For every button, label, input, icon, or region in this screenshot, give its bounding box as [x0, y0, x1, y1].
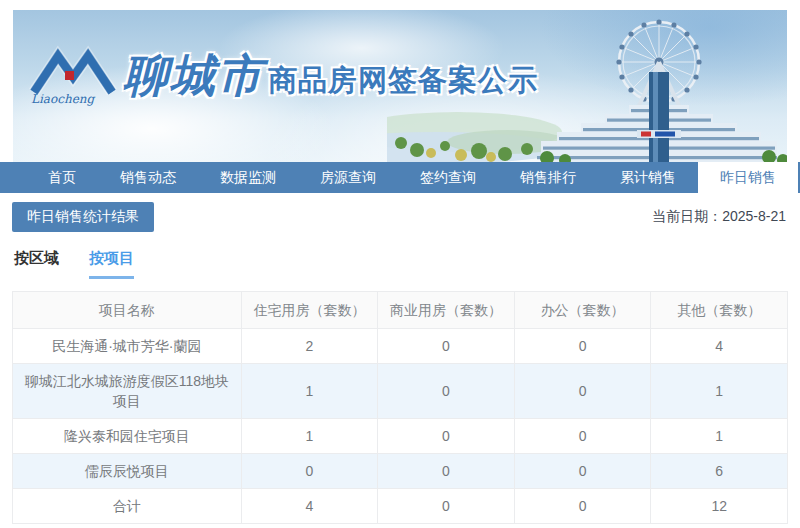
view-tabs: 按区域按项目 [12, 249, 788, 279]
nav-item[interactable]: 昨日销售 [698, 162, 798, 193]
nav-item[interactable]: 销售排行 [498, 162, 598, 193]
view-tab[interactable]: 按项目 [89, 249, 134, 279]
count-cell: 0 [241, 454, 378, 489]
table-body: 民生海通·城市芳华·蘭园2004聊城江北水城旅游度假区118地块项目1001隆兴… [13, 329, 788, 524]
column-header: 住宅用房（套数） [241, 292, 378, 329]
current-date-value: 2025-8-21 [722, 208, 786, 224]
table-row: 合计40012 [13, 489, 788, 524]
site-banner: Liaocheng 聊城市 商品房网签备案公示 [13, 10, 787, 162]
table-header-row: 项目名称住宅用房（套数）商业用房（套数）办公（套数）其他（套数） [13, 292, 788, 329]
project-name-cell: 民生海通·城市芳华·蘭园 [13, 329, 242, 364]
logo-script-text: Liaocheng [31, 92, 95, 106]
table-row: 儒辰辰悦项目0006 [13, 454, 788, 489]
count-cell: 6 [651, 454, 788, 489]
count-cell: 0 [514, 419, 651, 454]
column-header: 办公（套数） [514, 292, 651, 329]
count-cell: 0 [378, 489, 515, 524]
yesterday-sales-result-button[interactable]: 昨日销售统计结果 [12, 202, 154, 232]
count-cell: 2 [241, 329, 378, 364]
project-name-cell: 合计 [13, 489, 242, 524]
count-cell: 1 [241, 419, 378, 454]
nav-item[interactable]: 数据监测 [198, 162, 298, 193]
current-date: 当前日期：2025-8-21 [652, 208, 788, 226]
table-row: 聊城江北水城旅游度假区118地块项目1001 [13, 364, 788, 419]
banner-city-name: 聊城市 [123, 46, 264, 106]
main-nav: 首页销售动态数据监测房源查询签约查询销售排行累计销售昨日销售合同注销 [0, 162, 800, 193]
count-cell: 0 [378, 364, 515, 419]
nav-item[interactable]: 房源查询 [298, 162, 398, 193]
count-cell: 1 [651, 419, 788, 454]
count-cell: 0 [378, 329, 515, 364]
count-cell: 0 [514, 329, 651, 364]
count-cell: 12 [651, 489, 788, 524]
project-name-cell: 隆兴泰和园住宅项目 [13, 419, 242, 454]
nav-item[interactable]: 首页 [26, 162, 98, 193]
project-name-cell: 聊城江北水城旅游度假区118地块项目 [13, 364, 242, 419]
toolbar: 昨日销售统计结果 当前日期：2025-8-21 [12, 202, 788, 232]
column-header: 商业用房（套数） [378, 292, 515, 329]
table-head: 项目名称住宅用房（套数）商业用房（套数）办公（套数）其他（套数） [13, 292, 788, 329]
sales-table: 项目名称住宅用房（套数）商业用房（套数）办公（套数）其他（套数） 民生海通·城市… [12, 291, 788, 524]
banner-site-title: 商品房网签备案公示 [268, 51, 538, 101]
count-cell: 0 [514, 489, 651, 524]
column-header: 项目名称 [13, 292, 242, 329]
current-date-label: 当前日期： [652, 208, 722, 224]
page: Liaocheng 聊城市 商品房网签备案公示 首页销售动态数据监测房源查询签约… [0, 10, 800, 528]
count-cell: 1 [241, 364, 378, 419]
count-cell: 0 [514, 454, 651, 489]
column-header: 其他（套数） [651, 292, 788, 329]
count-cell: 4 [241, 489, 378, 524]
view-tab[interactable]: 按区域 [14, 249, 59, 279]
count-cell: 0 [514, 364, 651, 419]
banner-brand: Liaocheng 聊城市 商品房网签备案公示 [29, 44, 538, 108]
content-area: 昨日销售统计结果 当前日期：2025-8-21 按区域按项目 项目名称住宅用房（… [0, 202, 800, 524]
nav-item[interactable]: 签约查询 [398, 162, 498, 193]
count-cell: 0 [378, 454, 515, 489]
project-name-cell: 儒辰辰悦项目 [13, 454, 242, 489]
count-cell: 1 [651, 364, 788, 419]
nav-item[interactable]: 累计销售 [598, 162, 698, 193]
nav-item[interactable]: 销售动态 [98, 162, 198, 193]
table-row: 隆兴泰和园住宅项目1001 [13, 419, 788, 454]
table-row: 民生海通·城市芳华·蘭园2004 [13, 329, 788, 364]
liaocheng-logo-icon: Liaocheng [29, 44, 117, 108]
count-cell: 4 [651, 329, 788, 364]
count-cell: 0 [378, 419, 515, 454]
